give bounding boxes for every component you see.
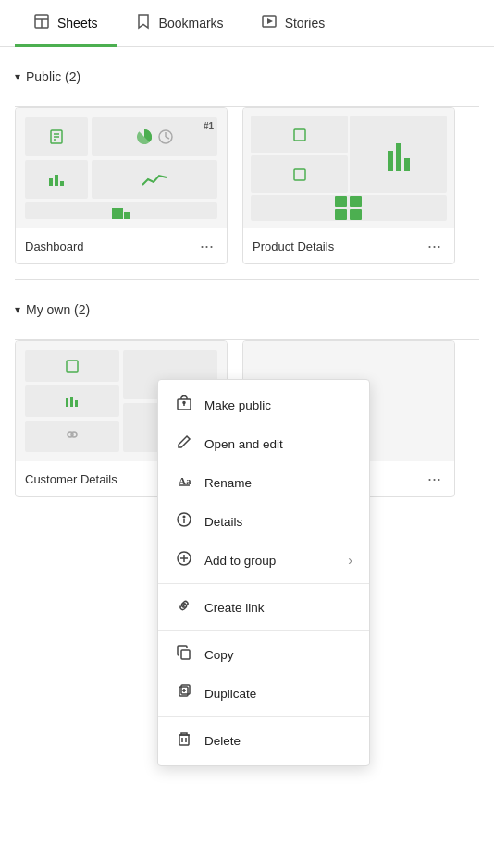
svg-rect-18: [294, 129, 305, 141]
copy-icon: [175, 644, 193, 665]
stories-icon: [261, 13, 278, 33]
svg-rect-27: [67, 361, 78, 372]
svg-point-44: [183, 516, 185, 518]
preview-cell-bottomleft: [25, 160, 88, 199]
svg-rect-17: [115, 215, 119, 219]
customer-col-1: [25, 350, 119, 452]
pd-cell-2: [350, 116, 447, 193]
add-to-group-arrow: ›: [348, 553, 352, 568]
tab-bookmarks[interactable]: Bookmarks: [117, 0, 242, 47]
svg-rect-53: [179, 735, 189, 745]
dashboard-menu-button[interactable]: ···: [196, 236, 217, 256]
product-details-preview: [243, 108, 454, 228]
customer-cell-2: [25, 385, 119, 417]
svg-rect-30: [75, 400, 78, 407]
tab-bookmarks-label: Bookmarks: [159, 16, 224, 31]
customer-details-name: Customer Details: [25, 472, 117, 486]
make-public-label: Make public: [204, 398, 352, 412]
add-to-group-label: Add to group: [204, 554, 337, 568]
menu-item-make-public[interactable]: Make public: [158, 385, 369, 424]
menu-divider-2: [158, 630, 369, 631]
delete-icon: [175, 730, 193, 751]
svg-rect-19: [388, 151, 393, 171]
menu-item-add-to-group[interactable]: Add to group ›: [158, 541, 369, 580]
card-product-details: Product Details ···: [242, 107, 455, 264]
pd-cell-4: [251, 195, 447, 221]
dashboard-card-footer: Dashboard ···: [16, 228, 227, 263]
menu-item-copy[interactable]: Copy: [158, 635, 369, 674]
svg-rect-24: [350, 196, 362, 207]
public-cards-grid: #1: [0, 107, 494, 279]
tab-sheets-label: Sheets: [57, 16, 98, 31]
product-details-menu-button[interactable]: ···: [424, 236, 445, 256]
tab-bar: Sheets Bookmarks Stories: [0, 0, 494, 47]
customer-cell-1: [25, 350, 119, 382]
copy-label: Copy: [204, 648, 352, 662]
svg-rect-16: [118, 211, 121, 214]
svg-rect-26: [350, 209, 362, 220]
svg-point-39: [183, 402, 185, 404]
tab-sheets[interactable]: Sheets: [15, 0, 117, 47]
svg-rect-11: [55, 175, 58, 186]
menu-divider-1: [158, 583, 369, 584]
product-details-footer: Product Details ···: [243, 228, 454, 263]
product-details-name: Product Details: [253, 239, 334, 253]
duplicate-icon: [175, 683, 193, 703]
tab-stories[interactable]: Stories: [242, 0, 344, 47]
make-public-icon: [175, 395, 193, 415]
pd-cell-3: [251, 155, 348, 193]
svg-rect-12: [60, 181, 64, 186]
svg-rect-28: [66, 398, 68, 407]
rename-icon: Aa: [175, 472, 193, 493]
edit-icon: [175, 434, 193, 454]
svg-marker-4: [267, 18, 273, 24]
svg-rect-14: [124, 212, 130, 219]
svg-rect-10: [49, 178, 53, 186]
add-group-icon: [175, 550, 193, 570]
svg-rect-25: [335, 209, 347, 220]
svg-rect-21: [404, 158, 410, 171]
myown-section: ▾ My own (2): [0, 280, 494, 339]
link-icon: [175, 597, 193, 617]
customer-cell-3: [25, 421, 119, 452]
dashboard-preview: #1: [16, 108, 227, 228]
sheets-icon: [33, 13, 50, 33]
details-label: Details: [204, 515, 352, 529]
menu-divider-3: [158, 716, 369, 717]
menu-item-open-edit[interactable]: Open and edit: [158, 424, 369, 463]
card-dashboard: #1: [15, 107, 228, 264]
menu-item-details[interactable]: Details: [158, 502, 369, 541]
duplicate-label: Duplicate: [204, 687, 352, 701]
menu-item-create-link[interactable]: Create link: [158, 588, 369, 627]
svg-rect-15: [115, 211, 117, 214]
svg-rect-23: [335, 196, 347, 207]
menu-item-duplicate[interactable]: Duplicate: [158, 674, 369, 713]
open-edit-label: Open and edit: [204, 437, 352, 451]
svg-rect-20: [396, 143, 401, 171]
tab-stories-label: Stories: [285, 16, 326, 31]
info-icon: [175, 511, 193, 532]
context-menu: Make public Open and edit Aa Rename Deta…: [157, 379, 370, 766]
delete-label: Delete: [204, 734, 352, 748]
svg-text:Aa: Aa: [179, 475, 191, 486]
svg-rect-29: [70, 397, 73, 407]
svg-point-32: [71, 432, 77, 437]
menu-item-delete[interactable]: Delete: [158, 721, 369, 760]
preview-cell-topright: #1: [92, 117, 217, 156]
preview-cell-topleft: [25, 117, 88, 156]
bookmarks-icon: [135, 13, 152, 33]
pd-cell-1: [251, 116, 348, 153]
preview-cell-extra: [25, 202, 217, 219]
public-section-title: ▾ Public (2): [15, 69, 479, 84]
svg-rect-22: [294, 169, 305, 180]
myown-section-title: ▾ My own (2): [15, 302, 479, 317]
create-link-label: Create link: [204, 601, 352, 615]
public-section: ▾ Public (2): [0, 47, 494, 106]
dashboard-name: Dashboard: [25, 239, 84, 253]
chevron-down-icon-2: ▾: [15, 303, 20, 316]
chevron-down-icon: ▾: [15, 70, 20, 83]
preview-cell-bottomright: [92, 160, 217, 199]
menu-item-rename[interactable]: Aa Rename: [158, 463, 369, 502]
rename-label: Rename: [204, 476, 352, 490]
location-menu-button[interactable]: ···: [424, 469, 445, 489]
